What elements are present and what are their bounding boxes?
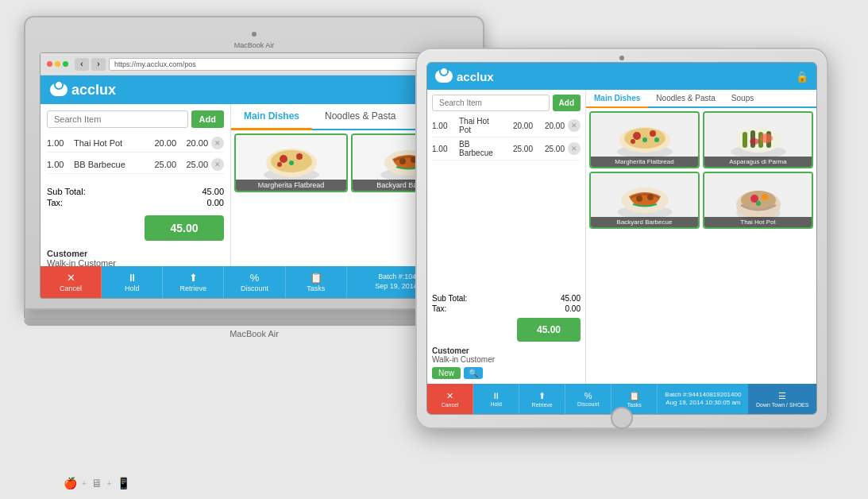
ipad-name-thaipot: Thai Hot Pot <box>704 217 812 227</box>
ipad-name-barbecue: Backyard Barbecue <box>591 217 698 227</box>
discount-label: Discount <box>241 284 268 292</box>
ipad-subtotal-value: 45.00 <box>561 294 581 303</box>
subtotal-label: Sub Total: <box>47 187 86 196</box>
ipad-qty-1: 1.00 <box>432 122 456 130</box>
ipad-logo-text: acclux <box>457 70 494 83</box>
back-button[interactable]: ‹ <box>75 58 89 71</box>
ipad-hold-label: Hold <box>490 401 501 407</box>
ipad-camera <box>619 56 624 60</box>
ipad-search-customer-button[interactable]: 🔍 <box>464 367 483 379</box>
retrieve-action[interactable]: ⬆ Retrieve <box>163 266 224 298</box>
total-1: 20.00 <box>179 138 208 148</box>
ipad-hold-icon: ⏸ <box>492 391 500 400</box>
add-button[interactable]: Add <box>191 110 224 128</box>
subtotal-value: 45.00 <box>202 187 224 196</box>
cancel-action[interactable]: ✕ Cancel <box>41 266 102 298</box>
ipad-discount-icon: % <box>584 391 592 400</box>
ipad-subtotal-label: Sub Total: <box>432 294 467 303</box>
search-input[interactable] <box>47 110 188 128</box>
ipad-add-button[interactable]: Add <box>553 95 581 111</box>
svg-point-16 <box>642 137 647 142</box>
ipad-right: Main Dishes Noodles & Pasta Soups <box>586 90 816 384</box>
total-2: 25.00 <box>179 160 208 169</box>
subtotal-section: Sub Total: 45.00 Tax: 0.00 <box>47 187 224 209</box>
item-name-margherita: Margherita Flatbread <box>236 180 346 191</box>
ipad-hold-action[interactable]: ⏸ Hold <box>473 384 519 414</box>
retrieve-label: Retrieve <box>180 284 207 292</box>
tasks-action[interactable]: 📋 Tasks <box>286 266 347 298</box>
order-row-1: 1.00 Thai Hot Pot 20.00 20.00 ✕ <box>47 134 224 153</box>
svg-point-6 <box>277 162 282 167</box>
ipad-tab-noodles[interactable]: Noodles & Pasta <box>648 90 723 106</box>
ipad: acclux 🔒 Add 1.00 Thai Hot Pot 20.00 <box>415 48 828 429</box>
ipad-retrieve-icon: ⬆ <box>538 391 546 401</box>
price-1: 20.00 <box>148 138 176 148</box>
delete-2[interactable]: ✕ <box>211 158 224 171</box>
ipad-tax-label: Tax: <box>432 304 446 313</box>
ipad-order-row-1: 1.00 Thai Hot Pot 20.00 20.00 ✕ <box>432 114 581 137</box>
ipad-tab-main[interactable]: Main Dishes <box>586 90 648 108</box>
search-row: Add <box>47 110 224 128</box>
ipad-price-2: 25.00 <box>504 145 533 153</box>
qty-1: 1.00 <box>47 138 71 148</box>
ipad-lock-icon[interactable]: 🔒 <box>796 71 808 83</box>
ipad-retrieve-action[interactable]: ⬆ Retrieve <box>519 384 565 414</box>
dot-red[interactable] <box>47 61 52 67</box>
svg-point-36 <box>756 201 761 206</box>
ipad-cancel-icon: ✕ <box>446 391 453 401</box>
ipad-search-input[interactable] <box>432 95 550 111</box>
cancel-label: Cancel <box>60 284 82 292</box>
browser-nav: ‹ › <box>75 58 106 71</box>
ipad-total-1: 20.00 <box>536 122 565 130</box>
ipad-search-row: Add <box>432 95 581 111</box>
dot-green[interactable] <box>63 61 68 67</box>
ipad-batch-info: Batch #:944140819201400 Aug 19, 2014 10:… <box>658 384 748 414</box>
ipad-logo: acclux <box>435 70 494 83</box>
svg-point-18 <box>654 137 659 142</box>
ipad-order-row-2: 1.00 BB Barbecue 25.00 25.00 ✕ <box>432 137 581 161</box>
ipad-location-action[interactable]: ☰ Down Town / SHOES <box>748 384 816 414</box>
ipad-home-button[interactable] <box>611 407 633 429</box>
plus-2: + <box>107 479 112 488</box>
svg-point-4 <box>296 153 303 160</box>
ipad-new-customer-button[interactable]: New <box>432 367 461 379</box>
ipad-cancel-action[interactable]: ✕ Cancel <box>427 384 473 414</box>
discount-action[interactable]: % Discount <box>224 266 285 298</box>
url-bar[interactable]: https://my.acclux.com/pos <box>109 58 419 71</box>
ipad-delete-2[interactable]: ✕ <box>568 142 581 155</box>
tab-main-dishes[interactable]: Main Dishes <box>231 104 312 130</box>
ipad-tasks-label: Tasks <box>627 402 642 408</box>
svg-point-15 <box>650 130 656 137</box>
delete-1[interactable]: ✕ <box>211 137 224 149</box>
ipad-item-margherita[interactable]: Margherita Flatbread <box>589 111 700 168</box>
total-button[interactable]: 45.00 <box>145 215 224 241</box>
ipad-item-asparagus[interactable]: Asparagus di Parma <box>703 111 813 168</box>
ipad-tab-soups[interactable]: Soups <box>723 90 762 106</box>
name-1: Thai Hot Pot <box>74 138 145 148</box>
ipad-item-barbecue[interactable]: Backyard Barbecue <box>589 172 700 229</box>
menu-item-margherita[interactable]: Margherita Flatbread <box>234 133 348 192</box>
ipad-delete-1[interactable]: ✕ <box>568 119 581 132</box>
dot-yellow[interactable] <box>55 61 60 67</box>
ipad-discount-action[interactable]: % Discount <box>565 384 611 414</box>
hold-label: Hold <box>125 284 140 292</box>
svg-point-35 <box>762 194 768 200</box>
app-header: acclux 👤 🔒 <box>41 75 468 104</box>
macbook-screen: ‹ › https://my.acclux.com/pos 🔍 acclux 👤… <box>40 52 469 299</box>
plus-1: + <box>82 479 87 488</box>
ipad-logo-icon <box>435 70 453 83</box>
macbook-title-bar: MacBook Air <box>40 41 469 49</box>
forward-button[interactable]: › <box>91 58 106 71</box>
retrieve-icon: ⬆ <box>189 272 198 284</box>
ipad-customer-label: Customer <box>432 346 581 355</box>
ipad-content: Add 1.00 Thai Hot Pot 20.00 20.00 ✕ 1.00… <box>427 90 816 384</box>
svg-point-25 <box>760 133 773 143</box>
ipad-item-thaipot[interactable]: Thai Hot Pot <box>703 172 813 229</box>
ipad-menu-items: Margherita Flatbread <box>586 108 816 232</box>
hold-action[interactable]: ⏸ Hold <box>102 266 163 298</box>
ipad-total-button[interactable]: 45.00 <box>517 318 581 342</box>
ipad-retrieve-label: Retrieve <box>532 402 553 408</box>
action-bar: ✕ Cancel ⏸ Hold ⬆ Retrieve % Discount 📋 <box>41 266 468 298</box>
browser-dots <box>47 61 68 67</box>
tab-noodles[interactable]: Noodles & Pasta <box>312 104 408 130</box>
